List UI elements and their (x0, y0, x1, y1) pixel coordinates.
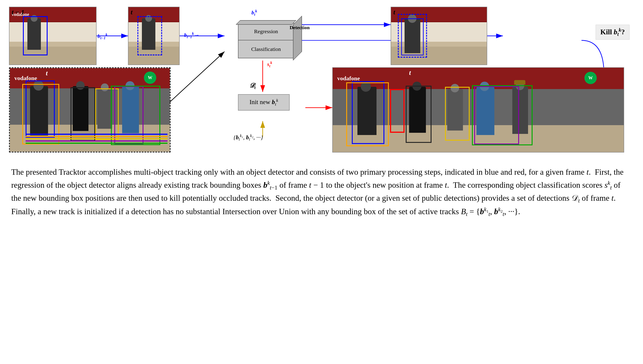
caption-text: The presented Tracktor accomplishes mult… (9, 166, 634, 219)
nn-box: Regression Classification Detection (229, 18, 303, 67)
label-dt: 𝒟t (249, 82, 255, 90)
panel-t-mid: t (128, 7, 180, 65)
label-t-bottom-right: t (409, 69, 411, 76)
dashed-group: vodafone W (9, 67, 171, 152)
init-new-box: Init new btk (238, 94, 290, 110)
label-b-t-k-top: btk (251, 9, 257, 17)
label-s-t-k: stk (267, 60, 272, 68)
label-b-t-minus-1-arrow: bt−1k (98, 32, 108, 40)
label-t-right-top: t (393, 8, 395, 16)
panel-t-bottom-right: vodafone W (332, 67, 624, 152)
diagram-area: vodafone t − 1 bt−1k (9, 7, 634, 159)
nn-regression-label: Regression (238, 23, 294, 40)
label-t-minus-1: t − 1 (12, 8, 25, 16)
panel-t-right-top: t (391, 7, 487, 65)
nn-detection-label: Detection (290, 25, 309, 30)
label-b-t-minus-1-second: bt−1k→ (184, 32, 199, 39)
label-bk-set: {btk1, btk2, ···} (233, 134, 263, 142)
nn-classification-label: Classification (238, 40, 294, 58)
panel-t-minus-1: vodafone t − 1 (9, 7, 97, 65)
label-t-mid: t (131, 8, 132, 16)
main-container: vodafone t − 1 bt−1k (0, 0, 643, 228)
label-t-bottom-left: t (46, 69, 48, 77)
kill-box: Kill btk? (596, 25, 629, 40)
